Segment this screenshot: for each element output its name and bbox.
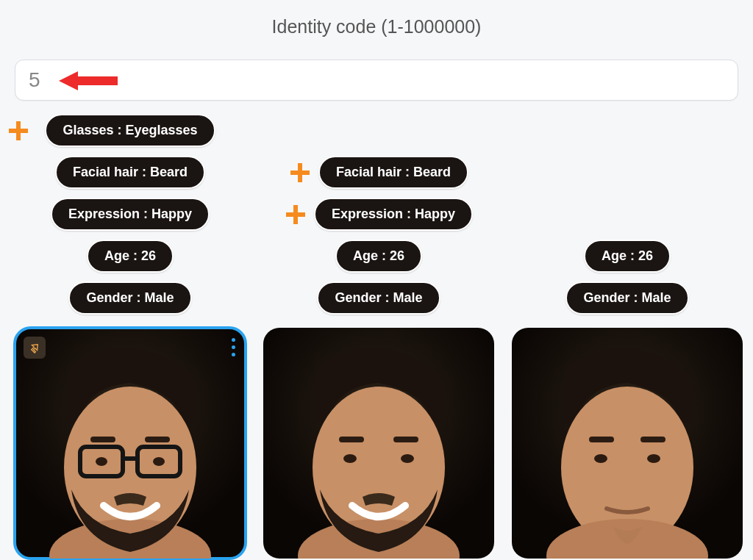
attribute-row: Facial hair : Beard	[263, 156, 494, 189]
attribute-row: Age : 26	[15, 240, 246, 273]
face-illustration	[27, 342, 233, 559]
attribute-pill-facial-hair[interactable]: Facial hair : Beard	[318, 156, 468, 189]
svg-rect-26	[589, 437, 614, 442]
attribute-row: Glasses : Eyeglasses	[15, 114, 246, 147]
svg-point-25	[647, 454, 660, 463]
svg-rect-15	[286, 212, 305, 217]
attribute-row: Expression : Happy	[15, 198, 246, 231]
result-column: Glasses : Eyeglasses Facial hair : Beard…	[15, 114, 246, 559]
attribute-pill-gender[interactable]: Gender : Male	[317, 281, 440, 315]
attribute-row: Age : 26	[263, 240, 494, 273]
attribute-pill-age[interactable]: Age : 26	[584, 240, 671, 273]
svg-point-19	[401, 454, 414, 463]
svg-rect-10	[90, 437, 115, 442]
svg-point-8	[96, 457, 107, 466]
svg-rect-27	[640, 437, 665, 442]
attribute-pill-gender[interactable]: Gender : Male	[565, 281, 688, 315]
attribute-row: Gender : Male	[15, 281, 246, 315]
attribute-pill-age[interactable]: Age : 26	[335, 240, 422, 273]
attribute-row: Expression : Happy	[263, 198, 494, 231]
plus-icon	[7, 120, 29, 142]
attribute-row: Facial hair : Beard	[15, 156, 246, 189]
attribute-pill-gender[interactable]: Gender : Male	[68, 281, 191, 315]
svg-point-18	[343, 454, 357, 463]
svg-rect-11	[145, 437, 170, 442]
attribute-pill-expression[interactable]: Expression : Happy	[314, 198, 473, 231]
attribute-pill-age[interactable]: Age : 26	[87, 240, 174, 273]
plus-icon	[289, 162, 311, 184]
results-row: Glasses : Eyeglasses Facial hair : Beard…	[0, 101, 753, 559]
attribute-pill-facial-hair[interactable]: Facial hair : Beard	[55, 156, 205, 189]
svg-point-24	[594, 454, 607, 463]
svg-rect-20	[339, 437, 364, 442]
identity-code-input-wrap	[15, 60, 738, 101]
attribute-row: Age : 26	[512, 240, 743, 273]
attribute-row: Gender : Male	[512, 281, 743, 315]
svg-point-9	[153, 457, 165, 466]
svg-rect-21	[393, 437, 418, 442]
identity-code-input[interactable]	[15, 60, 738, 101]
attribute-row: Gender : Male	[263, 281, 494, 315]
attribute-pill-glasses[interactable]: Glasses : Eyeglasses	[45, 114, 215, 147]
portrait-image[interactable]	[15, 328, 246, 559]
svg-rect-13	[290, 170, 310, 175]
result-column: Age : 26 Gender : Male	[512, 240, 743, 559]
svg-rect-2	[9, 129, 28, 133]
face-illustration	[276, 342, 482, 559]
attribute-pill-expression[interactable]: Expression : Happy	[51, 198, 210, 231]
face-illustration	[524, 342, 730, 559]
plus-icon	[285, 204, 307, 226]
portrait-image[interactable]	[263, 328, 494, 559]
result-column: Facial hair : Beard Expression : Happy A…	[263, 156, 494, 559]
page-title: Identity code (1-1000000)	[0, 16, 753, 37]
portrait-image[interactable]	[512, 328, 743, 559]
